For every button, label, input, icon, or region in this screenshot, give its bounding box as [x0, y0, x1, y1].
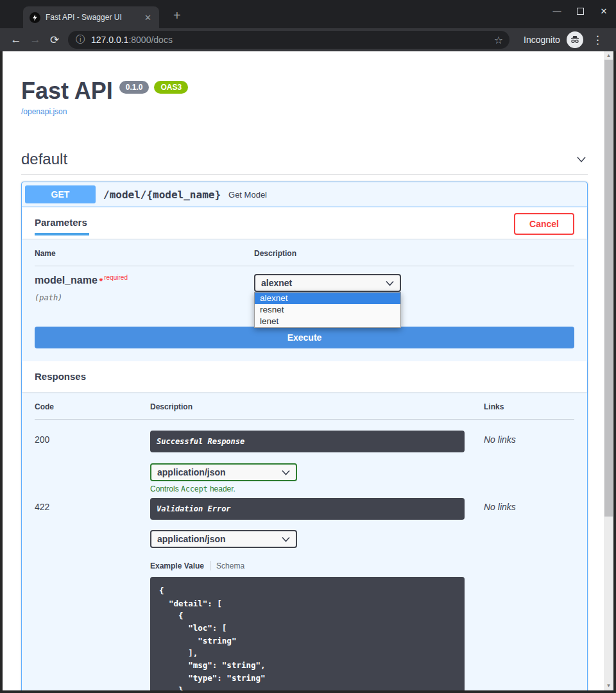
responses-title: Responses	[35, 371, 86, 382]
version-badge: 0.1.0	[119, 81, 150, 94]
example-json-block: { "detail": [ { "loc": [ "string" ], "ms…	[150, 577, 465, 693]
scrollbar[interactable]: ▲ ▼	[604, 51, 613, 690]
response-row-422: 422 Validation Error application/json Ex…	[35, 493, 574, 693]
column-header-description: Description	[254, 249, 574, 258]
oas-badge: OAS3	[154, 81, 188, 94]
back-icon[interactable]: ←	[6, 33, 26, 46]
minimize-icon[interactable]: —	[552, 6, 561, 16]
content-type-value: application/json	[157, 534, 226, 544]
accept-header-note: Controls Accept header.	[150, 484, 484, 493]
page-viewport: Fast API 0.1.0 OAS3 /openapi.json defaul…	[0, 51, 616, 693]
chevron-down-icon[interactable]	[575, 153, 588, 166]
site-info-icon[interactable]: ⓘ	[76, 34, 85, 46]
scrollbar-thumb[interactable]	[604, 60, 613, 517]
response-description-block: Successful Response	[150, 431, 465, 452]
response-links: No links	[484, 498, 574, 693]
required-asterisk: *	[99, 276, 103, 286]
browser-menu-icon[interactable]: ⋮	[592, 33, 603, 47]
operation-summary[interactable]: GET /model/{model_name} Get Model	[22, 182, 587, 207]
url-text[interactable]: 127.0.0.1:8000/docs	[91, 35, 494, 45]
responses-header: Responses	[22, 361, 587, 392]
reload-icon[interactable]: ⟳	[45, 33, 64, 47]
cancel-button[interactable]: Cancel	[514, 213, 574, 235]
select-chevron-icon	[386, 280, 394, 286]
tag-section-header[interactable]: default	[21, 150, 588, 175]
incognito-label: Incognito	[524, 35, 560, 45]
tab-parameters[interactable]: Parameters	[35, 217, 87, 235]
select-chevron-icon	[282, 470, 290, 475]
close-icon[interactable]: ✕	[599, 6, 608, 16]
column-header-name: Name	[35, 249, 254, 258]
column-header-code: Code	[35, 402, 150, 411]
column-header-links: Links	[484, 402, 574, 411]
browser-titlebar: Fast API - Swagger UI ✕ + — ✕	[0, 0, 616, 28]
response-links: No links	[484, 431, 574, 493]
response-row-200: 200 Successful Response application/json…	[35, 420, 574, 493]
browser-toolbar: ← → ⟳ ⓘ 127.0.0.1:8000/docs ☆ Incognito …	[0, 28, 616, 51]
opblock-get: GET /model/{model_name} Get Model Parame…	[21, 182, 588, 693]
parameter-row: model_name*required (path) alexnet alexn…	[35, 266, 574, 327]
execute-button[interactable]: Execute	[35, 327, 574, 348]
tab-divider	[210, 561, 210, 570]
model-name-select[interactable]: alexnet	[254, 274, 401, 292]
new-tab-icon[interactable]: +	[168, 6, 186, 28]
tab-schema[interactable]: Schema	[216, 561, 244, 570]
responses-table: Code Description Links 200 Successful Re…	[22, 392, 587, 693]
dropdown-option-alexnet[interactable]: alexnet	[255, 293, 400, 304]
parameters-table: Name Description model_name*required (pa…	[22, 239, 587, 361]
content-type-value: application/json	[157, 467, 226, 477]
content-type-select-422[interactable]: application/json	[150, 530, 297, 548]
scroll-up-icon[interactable]: ▲	[604, 51, 613, 60]
response-code: 200	[35, 431, 150, 493]
operation-summary-text: Get Model	[228, 190, 267, 200]
operation-path: /model/{model_name}	[103, 189, 221, 201]
select-chevron-icon	[282, 536, 290, 542]
browser-tab[interactable]: Fast API - Swagger UI ✕	[23, 6, 159, 28]
tag-section-title: default	[21, 150, 67, 168]
tab-title: Fast API - Swagger UI	[46, 13, 142, 22]
address-bar[interactable]: ⓘ 127.0.0.1:8000/docs ☆	[68, 31, 509, 49]
parameter-name: model_name	[35, 275, 98, 286]
tab-close-icon[interactable]: ✕	[142, 13, 154, 22]
accept-code: Accept	[181, 484, 208, 493]
url-path: :8000/docs	[128, 35, 173, 45]
selected-option: alexnet	[261, 278, 292, 288]
parameter-location: (path)	[35, 293, 254, 302]
model-name-dropdown: alexnet resnet lenet	[254, 292, 401, 328]
bookmark-star-icon[interactable]: ☆	[494, 34, 503, 46]
content-type-select-200[interactable]: application/json	[150, 463, 297, 481]
column-header-response-description: Description	[150, 402, 484, 411]
fastapi-favicon-icon	[30, 12, 40, 23]
method-badge: GET	[25, 185, 96, 203]
scroll-down-icon[interactable]: ▼	[604, 681, 613, 690]
dropdown-option-resnet[interactable]: resnet	[255, 304, 400, 316]
openapi-spec-link[interactable]: /openapi.json	[21, 107, 67, 116]
required-label: required	[104, 274, 128, 281]
url-host: 127.0.0.1	[91, 35, 128, 45]
tab-example-value[interactable]: Example Value	[150, 561, 204, 570]
incognito-icon	[567, 31, 583, 48]
parameters-header: Parameters Cancel	[22, 207, 587, 239]
forward-icon[interactable]: →	[26, 33, 45, 46]
response-code: 422	[35, 498, 150, 693]
dropdown-option-lenet[interactable]: lenet	[255, 316, 400, 327]
maximize-icon[interactable]	[577, 8, 584, 15]
page-title: Fast API	[21, 77, 113, 105]
response-description-block: Validation Error	[150, 498, 465, 520]
